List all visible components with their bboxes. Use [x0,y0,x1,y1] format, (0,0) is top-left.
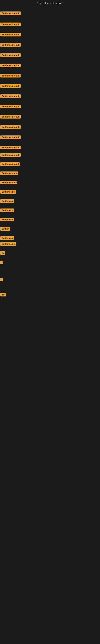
bottleneck-result-badge[interactable]: Bottleneck result [0,172,18,175]
bottleneck-result-badge[interactable]: Bottleneck result [0,64,21,67]
bottleneck-result-badge[interactable]: Bottleneck result [0,136,21,139]
bottleneck-result-badge[interactable]: Bottleneck result [0,162,20,166]
bottleneck-result-badge[interactable]: Bottleneck result [0,33,21,36]
bottleneck-result-badge[interactable]: Bottleneck result [0,43,21,47]
bottleneck-result-badge[interactable]: Bottleneck result [0,74,21,78]
bottleneck-result-badge[interactable]: Bottleneck result [0,12,21,15]
bottleneck-result-badge[interactable]: Bottler [0,227,10,231]
bottleneck-result-badge[interactable]: Bottleneck [0,236,14,240]
bottleneck-result-badge[interactable]: Bottleneck [0,208,14,212]
site-title: TheBottlenecker.com [37,2,63,5]
bottleneck-result-badge[interactable]: Bottleneck result [0,181,17,184]
bottleneck-result-badge[interactable]: Bottleneck result [0,105,21,108]
bottleneck-result-badge[interactable]: B [0,260,3,264]
bottleneck-result-badge[interactable]: Bottleneck result [0,125,21,129]
bottleneck-result-badge[interactable]: Bot [0,293,6,296]
bottleneck-result-badge[interactable]: Bottleneck [0,199,14,203]
bottleneck-result-badge[interactable]: Bottleneck result [0,94,21,98]
bottleneck-result-badge[interactable]: Bottleneck result [0,146,21,149]
bottleneck-result-badge[interactable]: | [0,278,3,281]
bottleneck-result-badge[interactable]: Bottleneck result [0,190,16,194]
bottleneck-result-badge[interactable]: Bottleneck r [0,218,14,222]
bottleneck-result-badge[interactable]: Bottleneck result [0,153,21,157]
bottleneck-result-badge[interactable]: Bottleneck result [0,53,21,57]
bottleneck-result-badge[interactable]: Bottleneck result [0,84,21,88]
bottleneck-result-badge[interactable]: Bottleneck result [0,242,16,246]
bottleneck-result-badge[interactable]: Bottleneck result [0,22,21,26]
bottleneck-result-badge[interactable]: Bo [0,251,5,255]
bottleneck-result-badge[interactable]: Bottleneck result [0,115,21,118]
